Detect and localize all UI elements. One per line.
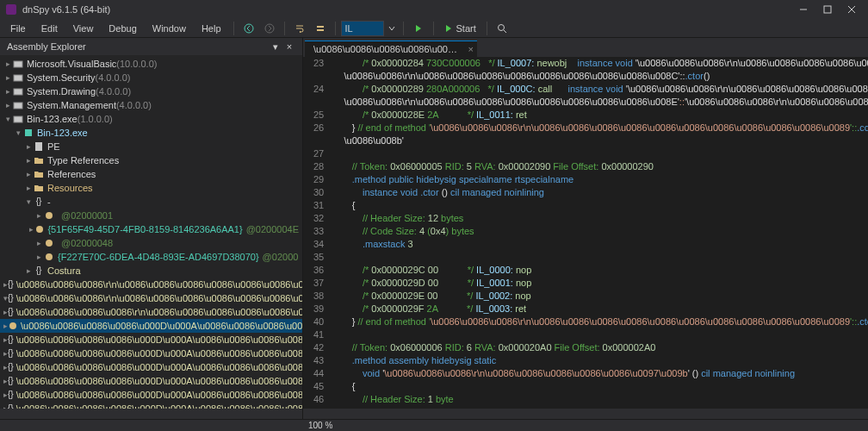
svg-line-10 xyxy=(504,30,506,33)
tab-close-button[interactable]: × xyxy=(468,44,474,54)
panel-close-button[interactable]: × xyxy=(283,41,295,53)
start-button[interactable]: Start xyxy=(439,22,481,35)
tree-item[interactable]: ▾Bin-123.exe xyxy=(0,126,302,140)
horizontal-scrollbar[interactable] xyxy=(303,409,868,419)
panel-dropdown-button[interactable]: ▾ xyxy=(270,41,282,53)
tree-item[interactable]: ▸\u0086\u0086\u0086\u0086\u000D\u000A\u0… xyxy=(0,319,302,333)
svg-rect-15 xyxy=(14,116,22,122)
tree-item[interactable]: ▸System.Drawing (4.0.0.0) xyxy=(0,84,302,98)
wordwrap-button[interactable] xyxy=(290,20,309,37)
tree-item[interactable]: ▾{}- xyxy=(0,195,302,209)
svg-rect-13 xyxy=(14,89,22,95)
window-title: dnSpy v6.1.5 (64-bit) xyxy=(22,4,110,15)
line-gutter: 23 24 2526 27282930313233343536373839404… xyxy=(303,57,331,409)
menubar: File Edit View Debug Window Help Start xyxy=(0,19,868,38)
svg-rect-17 xyxy=(35,142,42,151)
search-button[interactable] xyxy=(493,20,512,37)
svg-rect-0 xyxy=(6,4,16,15)
menu-file[interactable]: File xyxy=(3,22,33,35)
svg-point-9 xyxy=(498,24,504,30)
play-icon xyxy=(444,24,453,33)
svg-point-6 xyxy=(265,24,274,33)
code-area[interactable]: 23 24 2526 27282930313233343536373839404… xyxy=(303,57,868,409)
tree-item[interactable]: ▸PE xyxy=(0,140,302,153)
minimize-button[interactable] xyxy=(792,2,815,17)
svg-point-5 xyxy=(245,24,253,33)
tab-title: \u0086\u0086\u0086\u0086\u000D\u000A\u00… xyxy=(313,44,477,54)
menu-debug[interactable]: Debug xyxy=(102,22,143,35)
menu-window[interactable]: Window xyxy=(146,22,193,35)
assembly-explorer: Assembly Explorer ▾ × ▸Microsoft.VisualB… xyxy=(0,38,303,419)
svg-rect-11 xyxy=(14,61,22,67)
separator xyxy=(487,22,487,35)
tree-item[interactable]: ▸Type References xyxy=(0,153,302,167)
separator xyxy=(233,22,234,35)
tree-item[interactable]: ▸@02000001 xyxy=(0,209,302,222)
tab-active[interactable]: \u0086\u0086\u0086\u0086\u000D\u000A\u00… xyxy=(305,41,477,57)
menu-help[interactable]: Help xyxy=(195,22,228,35)
svg-point-21 xyxy=(46,253,53,260)
menu-edit[interactable]: Edit xyxy=(34,22,65,35)
tree-item[interactable]: ▸{}\u0086\u0086\u0086\u0086\u000D\u000A\… xyxy=(0,402,302,409)
tree-item[interactable]: ▸{}Costura xyxy=(0,264,302,278)
tree-item[interactable]: ▾{}\u0086\u0086\u0086\r\n\u0086\u0086\u0… xyxy=(0,291,302,305)
svg-point-19 xyxy=(36,226,43,233)
tree-item[interactable]: ▸{}\u0086\u0086\u0086\u0086\r\n\u0086\u0… xyxy=(0,305,302,319)
svg-rect-12 xyxy=(14,75,22,81)
tree[interactable]: ▸Microsoft.VisualBasic (10.0.0.0)▸System… xyxy=(0,55,302,409)
maximize-button[interactable] xyxy=(816,2,839,17)
svg-rect-14 xyxy=(14,103,22,109)
language-dropdown[interactable] xyxy=(386,20,398,37)
panel-header: Assembly Explorer ▾ × xyxy=(0,38,302,55)
nav-back-button[interactable] xyxy=(239,20,258,37)
tab-bar: \u0086\u0086\u0086\u0086\u000D\u000A\u00… xyxy=(303,38,868,57)
svg-point-20 xyxy=(46,240,53,247)
tree-item[interactable]: ▸{}\u0086\u0086\u0086\u0086\u000D\u000A\… xyxy=(0,360,302,374)
app-icon xyxy=(5,3,17,16)
separator xyxy=(335,22,336,35)
editor: \u0086\u0086\u0086\u0086\u000D\u000A\u00… xyxy=(303,38,868,419)
horizontal-scrollbar[interactable] xyxy=(0,409,302,419)
zoom-level[interactable]: 100 % xyxy=(308,421,332,430)
separator xyxy=(284,22,285,35)
svg-rect-7 xyxy=(317,26,324,28)
tree-item[interactable]: ▸@02000048 xyxy=(0,236,302,250)
code-content[interactable]: /* 0x00000284 730C000006 */ IL_0007: new… xyxy=(331,57,868,409)
highlight-button[interactable] xyxy=(311,20,330,37)
separator xyxy=(403,22,404,35)
tree-item[interactable]: ▸Resources xyxy=(0,181,302,195)
svg-point-22 xyxy=(9,322,16,329)
tree-item[interactable]: ▸{}\u0086\u0086\u0086\u0086\u000D\u000A\… xyxy=(0,388,302,402)
tree-item[interactable]: ▸{}\u0086\u0086\u0086\u0086\u000D\u000A\… xyxy=(0,333,302,347)
svg-rect-8 xyxy=(317,29,324,31)
statusbar: 100 % xyxy=(0,419,868,431)
tree-item[interactable]: ▸System.Management (4.0.0.0) xyxy=(0,98,302,112)
tree-item[interactable]: ▸System.Security (4.0.0.0) xyxy=(0,71,302,84)
menu-view[interactable]: View xyxy=(66,22,101,35)
tree-item[interactable]: ▾Bin-123.exe (1.0.0.0) xyxy=(0,112,302,126)
language-input[interactable] xyxy=(341,21,384,36)
start-label: Start xyxy=(456,23,476,34)
nav-forward-button[interactable] xyxy=(260,20,279,37)
close-button[interactable] xyxy=(840,2,863,17)
svg-rect-2 xyxy=(824,6,831,13)
svg-point-18 xyxy=(46,212,53,219)
separator xyxy=(433,22,434,35)
tree-item[interactable]: ▸Microsoft.VisualBasic (10.0.0.0) xyxy=(0,57,302,71)
tree-item[interactable]: ▸{}\u0086\u0086\u0086\u0086\u000D\u000A\… xyxy=(0,374,302,388)
tree-item[interactable]: ▸References xyxy=(0,167,302,181)
svg-rect-16 xyxy=(25,129,32,136)
tree-item[interactable]: ▸{}\u0086\u0086\u0086\r\n\u0086\u0086\u0… xyxy=(0,278,302,291)
tree-item[interactable]: ▸{F227E70C-6DEA-4D48-893E-AD4697D38070}@… xyxy=(0,250,302,264)
titlebar: dnSpy v6.1.5 (64-bit) xyxy=(0,0,868,19)
panel-title: Assembly Explorer xyxy=(7,41,86,52)
continue-button[interactable] xyxy=(409,20,428,37)
tree-item[interactable]: ▸{}\u0086\u0086\u0086\u0086\u000D\u000A\… xyxy=(0,347,302,360)
tree-item[interactable]: ▸{51F65F49-45D7-4FB0-8159-8146236A6AA1}@… xyxy=(0,222,302,236)
